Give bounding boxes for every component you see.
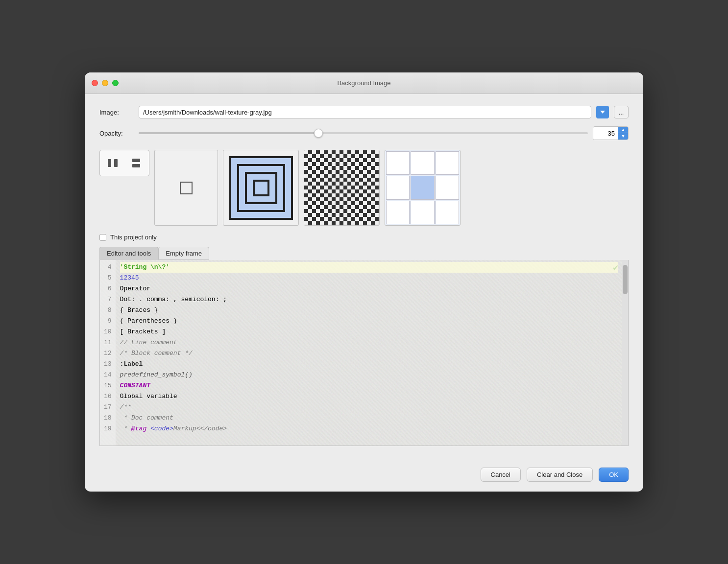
svg-rect-1 — [114, 159, 118, 167]
scrollbar-thumb[interactable] — [623, 265, 628, 294]
traffic-lights — [92, 80, 119, 86]
maximize-button[interactable] — [112, 80, 119, 86]
tab-empty-frame[interactable]: Empty frame — [158, 247, 209, 260]
layout-columns-button[interactable] — [102, 152, 123, 174]
tabs-row: Editor and tools Empty frame — [99, 247, 629, 260]
footer-row: Cancel Clear and Close OK — [85, 458, 643, 492]
opacity-value-container: ▲ ▼ — [593, 126, 629, 140]
code-line-18: * Doc comment — [120, 413, 618, 423]
svg-rect-0 — [108, 159, 111, 167]
code-line-7: Dot: . comma: , semicolon: ; — [120, 294, 618, 305]
svg-rect-3 — [132, 164, 140, 167]
code-line-4: 'String \n\?' — [120, 262, 618, 273]
svg-rect-4 — [180, 182, 192, 194]
code-line-12: /* Block comment */ — [120, 348, 618, 359]
grid-cell — [436, 151, 459, 175]
preview-row — [99, 150, 629, 226]
opacity-value-input[interactable] — [593, 127, 618, 140]
browse-button[interactable]: ... — [614, 106, 629, 118]
columns-icon — [106, 156, 120, 170]
code-line-5: 12345 — [120, 273, 618, 283]
grid-cell — [386, 176, 410, 199]
code-line-11: // Line comment — [120, 337, 618, 348]
code-editor: 4 5 6 7 8 9 10 11 12 13 14 15 16 17 18 1… — [99, 260, 629, 446]
slider-thumb[interactable] — [314, 129, 323, 138]
preview-tiled[interactable] — [304, 150, 380, 226]
code-content: 4 5 6 7 8 9 10 11 12 13 14 15 16 17 18 1… — [100, 260, 628, 446]
code-lines: 'String \n\?' 12345 Operator Dot: . comm… — [116, 260, 622, 446]
dropdown-button[interactable] — [596, 106, 609, 118]
grid-cell — [436, 201, 459, 224]
image-label: Image: — [99, 109, 134, 116]
minimize-button[interactable] — [102, 80, 108, 86]
tab-editor-tools[interactable]: Editor and tools — [99, 247, 158, 260]
dialog-window: Background Image Image: ... Opacity: — [85, 72, 643, 492]
code-scrollbar[interactable] — [622, 260, 628, 446]
rows-icon — [129, 156, 143, 170]
opacity-slider[interactable] — [139, 132, 588, 134]
center-icon — [176, 178, 196, 198]
stepper-down-button[interactable]: ▼ — [618, 133, 628, 140]
stepper-up-button[interactable]: ▲ — [618, 127, 628, 133]
code-line-19: * @tag <code>Markup<</code> — [120, 423, 618, 434]
preview-grid[interactable] — [385, 150, 461, 226]
code-line-10: [ Brackets ] — [120, 327, 618, 337]
svg-rect-2 — [132, 159, 140, 162]
layout-buttons — [99, 150, 149, 176]
clear-close-button[interactable]: Clear and Close — [527, 468, 593, 482]
grid-cell — [436, 176, 459, 199]
code-line-13: :Label — [120, 359, 618, 370]
code-line-6: Operator — [120, 283, 618, 294]
slider-fill — [139, 132, 318, 134]
code-line-17: /** — [120, 402, 618, 413]
code-line-14: predefined_symbol() — [120, 370, 618, 380]
ok-button[interactable]: OK — [599, 468, 629, 482]
title-bar: Background Image — [85, 72, 643, 94]
grid-cell — [411, 201, 434, 224]
image-row: Image: ... — [99, 106, 629, 118]
cancel-button[interactable]: Cancel — [481, 468, 521, 482]
grid-cell — [386, 151, 410, 175]
code-line-16: Global variable — [120, 391, 618, 402]
line-numbers: 4 5 6 7 8 9 10 11 12 13 14 15 16 17 18 1… — [100, 260, 116, 446]
dialog-content: Image: ... Opacity: ▲ ▼ — [85, 94, 643, 458]
layout-rows-button[interactable] — [125, 152, 147, 174]
code-line-9: ( Parentheses ) — [120, 316, 618, 327]
preview-center[interactable] — [154, 150, 218, 226]
opacity-row: Opacity: ▲ ▼ — [99, 126, 629, 140]
preview-concentric[interactable] — [223, 150, 299, 226]
tiled-pattern — [304, 150, 379, 225]
close-button[interactable] — [92, 80, 98, 86]
grid-cell — [386, 201, 410, 224]
project-only-checkbox[interactable] — [99, 234, 106, 241]
image-path-input[interactable] — [139, 106, 591, 118]
code-line-8: { Braces } — [120, 305, 618, 316]
chevron-down-icon — [600, 111, 605, 114]
project-only-label: This project only — [110, 234, 157, 241]
opacity-label: Opacity: — [99, 130, 134, 137]
grid-cell — [411, 151, 434, 175]
checkbox-row: This project only — [99, 234, 629, 241]
window-title: Background Image — [337, 79, 390, 87]
grid-cell-selected — [411, 176, 434, 199]
code-line-15: CONSTANT — [120, 380, 618, 391]
opacity-stepper: ▲ ▼ — [618, 127, 628, 140]
